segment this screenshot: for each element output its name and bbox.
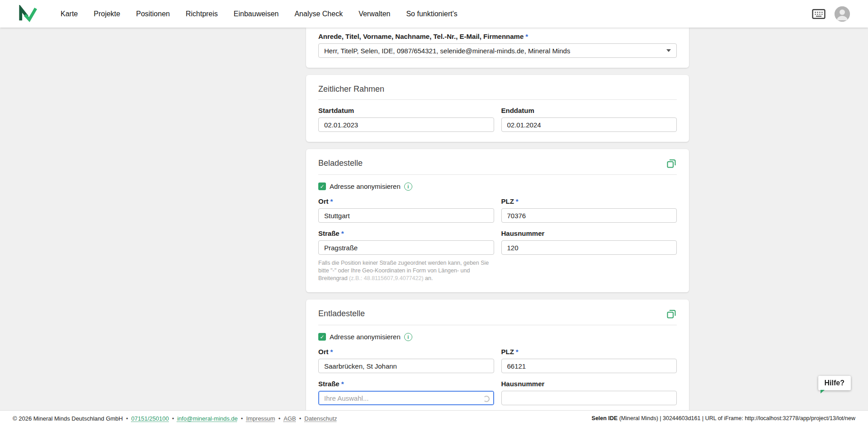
required-asterisk: * [341, 380, 344, 388]
contact-label-text: Anrede, Titel, Vorname, Nachname, Tel.-N… [318, 33, 524, 40]
keyboard-icon[interactable] [812, 9, 826, 19]
info-icon[interactable]: i [404, 183, 412, 191]
anonymize-label: Adresse anonymisieren [330, 183, 401, 190]
help-button-label: Hilfe? [825, 379, 844, 387]
nav-item-positionen[interactable]: Positionen [136, 10, 170, 18]
unloading-point-title: Entladestelle [318, 309, 365, 318]
footer-left: © 2026 Mineral Minds Deutschland GmbH • … [13, 415, 337, 422]
city-label: Ort* [318, 197, 494, 206]
help-bubble-tail [821, 390, 825, 393]
main-content: Anrede, Titel, Vorname, Nachname, Tel.-N… [0, 28, 868, 410]
avatar[interactable] [835, 6, 850, 22]
unloading-city-input[interactable] [318, 359, 494, 373]
anonymize-checkbox[interactable] [318, 183, 326, 190]
footer-phone-link[interactable]: 07151/250100 [131, 415, 169, 422]
geo-hint-text: Falls die Position keiner Straße zugeord… [318, 259, 499, 282]
nav-item-verwalten[interactable]: Verwalten [359, 10, 390, 18]
required-asterisk: * [525, 33, 528, 40]
loading-point-card: Beladestelle Adresse anonymisieren i Ort… [306, 149, 689, 292]
footer-session-info: Selen IDE (Mineral Minds) | 30244603d161… [592, 415, 855, 421]
street-field: Straße* [318, 229, 494, 255]
nav-item-karte[interactable]: Karte [61, 10, 78, 18]
duplicate-loading-point-button[interactable] [666, 158, 677, 169]
contact-label: Anrede, Titel, Vorname, Nachname, Tel.-N… [318, 32, 677, 41]
street-label: Straße* [318, 379, 494, 388]
start-date-input[interactable] [318, 117, 494, 132]
end-date-input[interactable] [501, 117, 677, 132]
nav-item-einbauweisen[interactable]: Einbauweisen [234, 10, 279, 18]
required-asterisk: * [516, 197, 519, 205]
nav-item-analyse-check[interactable]: Analyse Check [294, 10, 343, 18]
separator-dot: • [241, 415, 243, 422]
anonymize-row: Adresse anonymisieren i [318, 332, 677, 341]
separator-dot: • [172, 415, 174, 422]
anonymize-label: Adresse anonymisieren [330, 333, 401, 341]
footer-link-impressum[interactable]: Impressum [246, 415, 275, 422]
required-asterisk: * [516, 348, 519, 356]
footer-copyright: © 2026 Mineral Minds Deutschland GmbH [13, 415, 123, 422]
info-icon[interactable]: i [404, 333, 412, 341]
house-number-label: Hausnummer [501, 379, 677, 388]
unloading-zip-input[interactable] [501, 359, 677, 373]
loading-spinner-icon [483, 396, 490, 402]
street-field: Straße* [318, 379, 494, 405]
help-button[interactable]: Hilfe? [818, 376, 851, 390]
separator-dot: • [278, 415, 281, 422]
footer-email-link[interactable]: info@mineral-minds.de [177, 415, 238, 422]
house-number-field: Hausnummer [501, 229, 677, 255]
nav-item-projekte[interactable]: Projekte [94, 10, 120, 18]
city-field: Ort* [318, 347, 494, 373]
zip-label: PLZ* [501, 347, 677, 356]
contact-card: Anrede, Titel, Vorname, Nachname, Tel.-N… [306, 28, 689, 68]
logo[interactable] [18, 5, 37, 23]
zip-label: PLZ* [501, 197, 677, 206]
footer-link-agb[interactable]: AGB [283, 415, 296, 422]
chevron-down-icon [666, 49, 671, 52]
anonymize-row: Adresse anonymisieren i [318, 182, 677, 191]
navbar-right [812, 6, 850, 22]
unloading-house-number-input[interactable] [501, 391, 677, 405]
nav-item-richtpreis[interactable]: Richtpreis [186, 10, 218, 18]
street-autocomplete [318, 391, 494, 405]
copy-icon [666, 158, 677, 169]
separator-dot: • [126, 415, 128, 422]
contact-select[interactable]: Herr, TitelP, Selen, IDE, 0987/654321, s… [318, 43, 677, 58]
end-date-field: Enddatum [501, 106, 677, 132]
loading-point-title: Beladestelle [318, 158, 363, 168]
footer: © 2026 Mineral Minds Deutschland GmbH • … [0, 410, 868, 426]
zip-field: PLZ* [501, 347, 677, 373]
unloading-street-input[interactable] [318, 391, 494, 405]
footer-user-name: Selen IDE [592, 415, 618, 421]
navbar: Karte Projekte Positionen Richtpreis Ein… [0, 0, 868, 28]
form-column: Anrede, Titel, Vorname, Nachname, Tel.-N… [306, 28, 689, 410]
loading-house-number-input[interactable] [501, 240, 677, 255]
person-icon [835, 6, 850, 22]
end-date-label: Enddatum [501, 106, 677, 115]
house-number-label: Hausnummer [501, 229, 677, 238]
duplicate-unloading-point-button[interactable] [666, 309, 677, 319]
copy-icon [666, 309, 677, 319]
footer-link-datenschutz[interactable]: Datenschutz [304, 415, 337, 422]
timeframe-card-title: Zeitlicher Rahmen [318, 84, 384, 94]
start-date-field: Startdatum [318, 106, 494, 132]
loading-street-input[interactable] [318, 240, 494, 255]
required-asterisk: * [341, 229, 344, 237]
nav-item-so-funktionierts[interactable]: So funktioniert's [406, 10, 457, 18]
loading-zip-input[interactable] [501, 208, 677, 223]
contact-select-value: Herr, TitelP, Selen, IDE, 0987/654321, s… [324, 47, 570, 55]
footer-session-details: (Mineral Minds) | 30244603d161 | URL of … [618, 415, 855, 421]
required-asterisk: * [330, 348, 333, 356]
main-nav: Karte Projekte Positionen Richtpreis Ein… [61, 10, 458, 18]
anonymize-checkbox[interactable] [318, 333, 326, 341]
loading-city-input[interactable] [318, 208, 494, 223]
zip-field: PLZ* [501, 197, 677, 223]
house-number-field: Hausnummer [501, 379, 677, 405]
street-label: Straße* [318, 229, 494, 238]
separator-dot: • [299, 415, 302, 422]
unloading-point-card: Entladestelle Adresse anonymisieren i Or… [306, 300, 689, 410]
logo-icon [18, 5, 37, 23]
geo-hint-example: (z.B.: 48.8115607,9.4077422) [349, 275, 423, 281]
city-field: Ort* [318, 197, 494, 223]
start-date-label: Startdatum [318, 106, 494, 115]
city-label: Ort* [318, 347, 494, 356]
